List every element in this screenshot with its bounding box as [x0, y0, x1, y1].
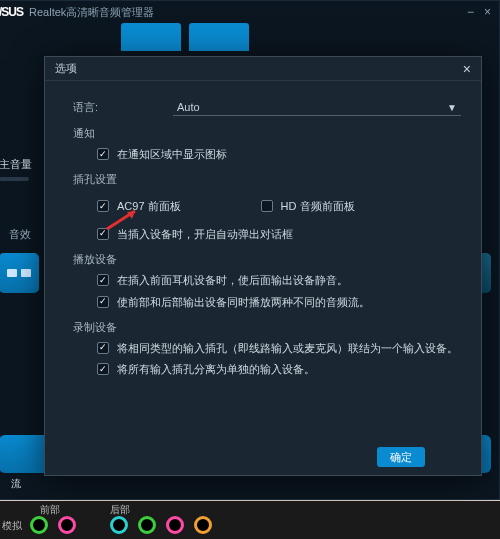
master-volume-slider[interactable] — [0, 177, 29, 181]
chevron-down-icon: ▼ — [447, 102, 457, 113]
speaker-config-icon[interactable] — [0, 253, 39, 293]
mute-rear-label: 在插入前面耳机设备时，使后面输出设备静音。 — [117, 273, 348, 288]
back-port-green[interactable] — [138, 516, 156, 534]
device-tabs — [0, 23, 499, 55]
notify-tray-label: 在通知区域中显示图标 — [117, 147, 227, 162]
auto-popup-checkbox[interactable] — [97, 228, 109, 240]
effect-tab-label[interactable]: 音效 — [9, 227, 31, 242]
analog-label: 模拟 — [2, 519, 22, 533]
record-section-label: 录制设备 — [73, 320, 461, 335]
device-tab-2[interactable] — [189, 23, 249, 51]
svg-rect-0 — [7, 269, 17, 277]
master-volume-label: 主音量 — [0, 157, 32, 172]
language-value: Auto — [177, 101, 200, 113]
front-port-pink[interactable] — [58, 516, 76, 534]
jack-section-label: 插孔设置 — [73, 172, 461, 187]
language-select[interactable]: Auto ▼ — [173, 99, 461, 116]
ok-button-label: 确定 — [390, 450, 412, 465]
options-dialog: 选项 × 语言: Auto ▼ 通知 在通知区域中显示图标 插孔设置 AC97 … — [44, 56, 482, 476]
tie-inputs-label: 将相同类型的输入插孔（即线路输入或麦克风）联结为一个输入设备。 — [117, 341, 458, 356]
back-port-pink[interactable] — [166, 516, 184, 534]
back-port-cyan[interactable] — [110, 516, 128, 534]
notify-section-label: 通知 — [73, 126, 461, 141]
ok-button[interactable]: 确定 — [377, 447, 425, 467]
front-ports-label: 前部 — [40, 503, 60, 517]
close-icon[interactable]: × — [484, 5, 491, 19]
dual-stream-label: 使前部和后部输出设备同时播放两种不同的音频流。 — [117, 295, 370, 310]
front-port-green[interactable] — [30, 516, 48, 534]
mute-rear-checkbox[interactable] — [97, 274, 109, 286]
hd-audio-checkbox[interactable] — [261, 200, 273, 212]
ac97-checkbox[interactable] — [97, 200, 109, 212]
stream-label: 流 — [11, 477, 21, 491]
dual-stream-checkbox[interactable] — [97, 296, 109, 308]
port-strip: 前部 后部 模拟 — [0, 501, 500, 539]
separate-inputs-checkbox[interactable] — [97, 363, 109, 375]
ac97-label: AC97 前面板 — [117, 199, 181, 214]
dialog-title: 选项 — [55, 61, 77, 76]
dialog-close-icon[interactable]: × — [463, 61, 471, 77]
back-port-orange[interactable] — [194, 516, 212, 534]
hd-audio-label: HD 音频前面板 — [281, 199, 355, 214]
back-ports-label: 后部 — [110, 503, 130, 517]
auto-popup-label: 当插入设备时，开启自动弹出对话框 — [117, 227, 293, 242]
window-title: Realtek高清晰音频管理器 — [29, 5, 154, 20]
notify-tray-checkbox[interactable] — [97, 148, 109, 160]
separate-inputs-label: 将所有输入插孔分离为单独的输入设备。 — [117, 362, 315, 377]
brand-logo: /SUS — [0, 5, 23, 19]
svg-rect-1 — [21, 269, 31, 277]
minimize-icon[interactable]: − — [467, 5, 474, 19]
playback-section-label: 播放设备 — [73, 252, 461, 267]
device-tab-1[interactable] — [121, 23, 181, 51]
language-label: 语言: — [73, 100, 173, 115]
titlebar: /SUS Realtek高清晰音频管理器 − × — [0, 1, 499, 23]
tie-inputs-checkbox[interactable] — [97, 342, 109, 354]
